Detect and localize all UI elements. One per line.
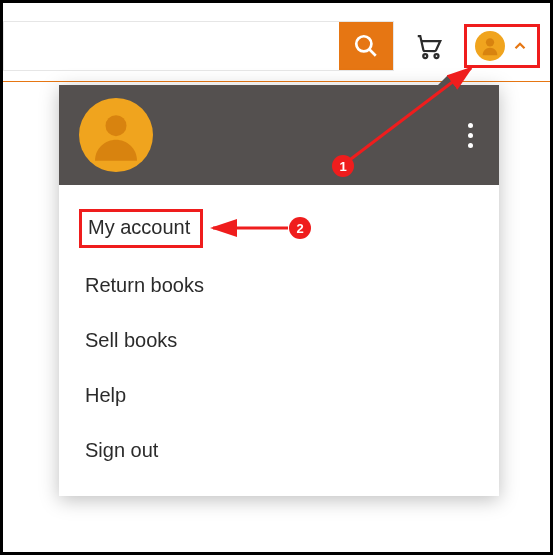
cart-button[interactable] xyxy=(412,29,446,63)
menu-item-label: Sell books xyxy=(85,329,177,351)
svg-point-3 xyxy=(435,54,439,58)
header-divider xyxy=(3,81,550,82)
menu-item-return-books[interactable]: Return books xyxy=(59,258,499,313)
menu-item-label: My account xyxy=(79,209,203,248)
menu-item-label: Sign out xyxy=(85,439,158,461)
more-options-button[interactable] xyxy=(462,117,479,154)
top-bar xyxy=(3,21,540,71)
search-input[interactable] xyxy=(4,22,339,70)
dropdown-list: My account Return books Sell books Help … xyxy=(59,185,499,496)
menu-item-my-account[interactable]: My account xyxy=(59,197,499,258)
svg-point-4 xyxy=(486,38,494,46)
person-icon xyxy=(88,107,144,163)
search-button[interactable] xyxy=(339,22,393,70)
dropdown-header xyxy=(59,85,499,185)
kebab-icon xyxy=(468,123,473,128)
annotation-badge-1: 1 xyxy=(332,155,354,177)
svg-point-0 xyxy=(356,36,371,51)
account-avatar-small xyxy=(475,31,505,61)
person-icon xyxy=(479,35,501,57)
menu-item-label: Help xyxy=(85,384,126,406)
account-dropdown: My account Return books Sell books Help … xyxy=(59,85,499,496)
account-toggle[interactable] xyxy=(464,24,540,68)
svg-point-5 xyxy=(106,115,127,136)
svg-line-1 xyxy=(369,49,376,56)
svg-point-2 xyxy=(423,54,427,58)
menu-item-sell-books[interactable]: Sell books xyxy=(59,313,499,368)
chevron-up-icon xyxy=(511,37,529,55)
dropdown-caret xyxy=(437,75,459,86)
menu-item-help[interactable]: Help xyxy=(59,368,499,423)
annotation-badge-2: 2 xyxy=(289,217,311,239)
search-icon xyxy=(353,33,379,59)
account-avatar-large xyxy=(79,98,153,172)
menu-item-label: Return books xyxy=(85,274,204,296)
menu-item-sign-out[interactable]: Sign out xyxy=(59,423,499,478)
search-box xyxy=(3,21,394,71)
cart-icon xyxy=(414,31,444,61)
